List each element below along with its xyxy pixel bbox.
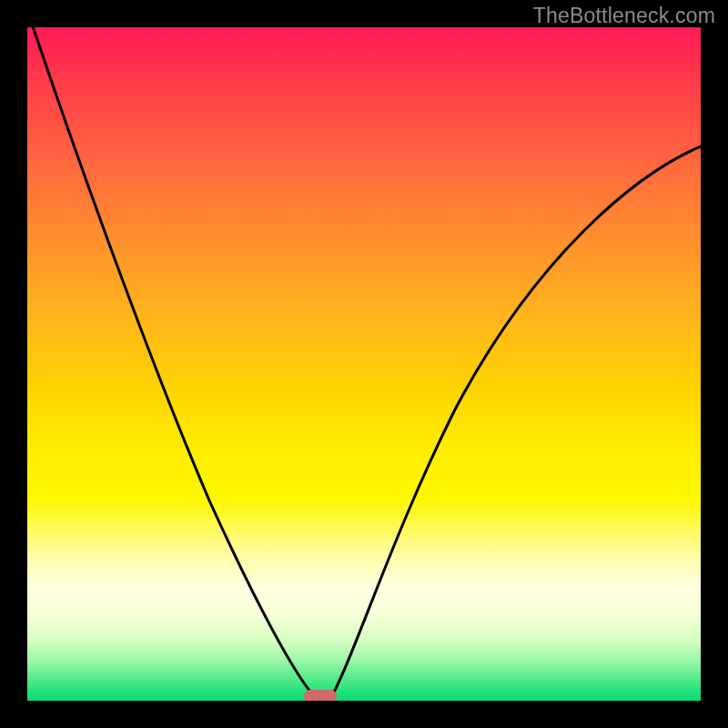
watermark-text: TheBottleneck.com bbox=[533, 4, 715, 28]
chart-frame: TheBottleneck.com bbox=[0, 0, 728, 728]
bottleneck-marker bbox=[304, 690, 337, 701]
curve-right bbox=[330, 146, 701, 699]
plot-area bbox=[27, 27, 701, 701]
curve-layer bbox=[27, 27, 701, 701]
curve-left bbox=[30, 27, 317, 699]
